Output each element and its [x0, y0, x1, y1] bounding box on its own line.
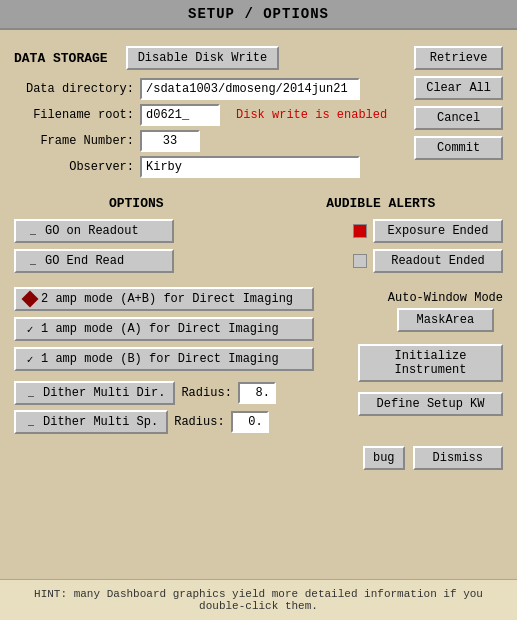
data-storage-label: DATA STORAGE — [14, 51, 108, 66]
dither-sp-radius-label: Radius: — [174, 415, 224, 429]
mask-area-button[interactable]: MaskArea — [397, 308, 495, 332]
diamond-icon — [22, 291, 39, 308]
frame-number-label: Frame Number: — [14, 134, 134, 148]
bug-button[interactable]: bug — [363, 446, 405, 470]
dither-dir-radius-input[interactable] — [238, 382, 276, 404]
dither-sp-check-icon: _ — [24, 417, 38, 428]
exposure-ended-indicator — [353, 224, 367, 238]
amp-mode-2-button[interactable]: ✓ 1 amp mode (A) for Direct Imaging — [14, 317, 314, 341]
hint-bar: HINT: many Dashboard graphics yield more… — [0, 579, 517, 620]
go-end-read-button[interactable]: _ GO End Read — [14, 249, 174, 273]
readout-ended-button[interactable]: Readout Ended — [373, 249, 503, 273]
dither-dir-check-icon: _ — [24, 388, 38, 399]
dismiss-button[interactable]: Dismiss — [413, 446, 503, 470]
options-label: OPTIONS — [109, 196, 164, 211]
exposure-ended-button[interactable]: Exposure Ended — [373, 219, 503, 243]
disable-disk-write-button[interactable]: Disable Disk Write — [126, 46, 280, 70]
commit-button[interactable]: Commit — [414, 136, 503, 160]
retrieve-button[interactable]: Retrieve — [414, 46, 503, 70]
define-setup-kw-button[interactable]: Define Setup KW — [358, 392, 503, 416]
go-end-read-check-icon: _ — [26, 256, 40, 267]
auto-window-label: Auto-Window Mode — [388, 291, 503, 305]
observer-label: Observer: — [14, 160, 134, 174]
filename-root-label: Filename root: — [14, 108, 134, 122]
amp-mode-3-button[interactable]: ✓ 1 amp mode (B) for Direct Imaging — [14, 347, 314, 371]
initialize-instrument-button[interactable]: Initialize Instrument — [358, 344, 503, 382]
dither-sp-radius-input[interactable] — [231, 411, 269, 433]
clear-all-button[interactable]: Clear All — [414, 76, 503, 100]
data-directory-input[interactable] — [140, 78, 360, 100]
audible-alerts-label: AUDIBLE ALERTS — [326, 196, 435, 211]
go-on-readout-button[interactable]: _ GO on Readout — [14, 219, 174, 243]
hint-text: HINT: many Dashboard graphics yield more… — [34, 588, 483, 612]
amp-mode-1-button[interactable]: 2 amp mode (A+B) for Direct Imaging — [14, 287, 314, 311]
go-readout-check-icon: _ — [26, 226, 40, 237]
check-icon-2: ✓ — [24, 323, 36, 335]
disk-write-message: Disk write is enabled — [236, 108, 387, 122]
dither-multi-dir-button[interactable]: _ Dither Multi Dir. — [14, 381, 175, 405]
data-directory-label: Data directory: — [14, 82, 134, 96]
dither-dir-radius-label: Radius: — [181, 386, 231, 400]
title-bar: SETUP / OPTIONS — [0, 0, 517, 30]
cancel-button[interactable]: Cancel — [414, 106, 503, 130]
observer-input[interactable] — [140, 156, 360, 178]
frame-number-input[interactable] — [140, 130, 200, 152]
check-icon-3: ✓ — [24, 353, 36, 365]
readout-ended-indicator — [353, 254, 367, 268]
dither-multi-sp-button[interactable]: _ Dither Multi Sp. — [14, 410, 168, 434]
filename-root-input[interactable] — [140, 104, 220, 126]
